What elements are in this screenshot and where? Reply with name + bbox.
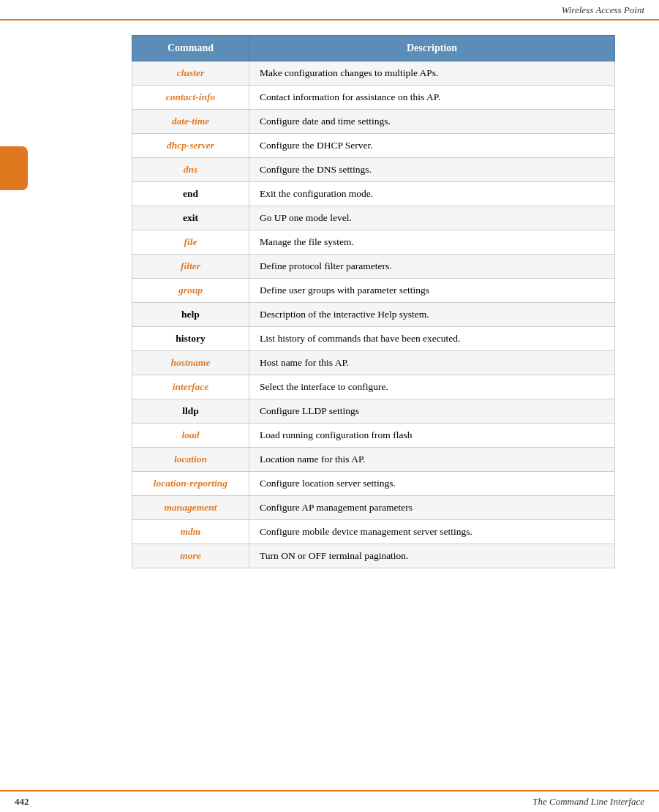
command-cell: location [132, 448, 249, 472]
table-row: filterDefine protocol filter parameters. [132, 255, 615, 279]
description-cell: List history of commands that have been … [249, 327, 615, 351]
command-text: interface [173, 381, 209, 392]
command-text: dhcp-server [167, 140, 214, 151]
command-text: contact-info [166, 91, 216, 102]
command-table: Command Description clusterMake configur… [132, 35, 615, 568]
page-footer: 442 The Command Line Interface [0, 790, 659, 812]
table-row: moreTurn ON or OFF terminal pagination. [132, 544, 615, 568]
command-text: cluster [177, 67, 205, 78]
table-row: location-reportingConfigure location ser… [132, 472, 615, 496]
command-cell: filter [132, 255, 249, 279]
table-row: mdmConfigure mobile device management se… [132, 520, 615, 544]
main-content: Command Description clusterMake configur… [0, 20, 659, 598]
description-cell: Configure LLDP settings [249, 399, 615, 424]
command-cell: help [132, 303, 249, 327]
table-row: interfaceSelect the interface to configu… [132, 375, 615, 399]
command-cell: dhcp-server [132, 134, 249, 158]
description-cell: Configure date and time settings. [249, 110, 615, 134]
command-cell: exit [132, 206, 249, 230]
page-header: Wireless Access Point [0, 0, 659, 20]
table-row: loadLoad running configuration from flas… [132, 424, 615, 448]
command-text: hostname [170, 357, 210, 368]
table-row: managementConfigure AP management parame… [132, 496, 615, 520]
description-cell: Configure AP management parameters [249, 496, 615, 520]
description-cell: Load running configuration from flash [249, 424, 615, 448]
description-cell: Configure mobile device management serve… [249, 520, 615, 544]
table-row: dhcp-serverConfigure the DHCP Server. [132, 134, 615, 158]
command-cell: lldp [132, 399, 249, 424]
command-cell: cluster [132, 61, 249, 86]
table-row: historyList history of commands that hav… [132, 327, 615, 351]
command-text: exit [183, 212, 198, 223]
description-cell: Manage the file system. [249, 230, 615, 255]
command-cell: mdm [132, 520, 249, 544]
command-cell: history [132, 327, 249, 351]
command-cell: location-reporting [132, 472, 249, 496]
command-text: date-time [172, 116, 210, 127]
column-description: Description [249, 36, 615, 61]
table-row: dnsConfigure the DNS settings. [132, 158, 615, 182]
description-cell: Configure the DHCP Server. [249, 134, 615, 158]
command-cell: interface [132, 375, 249, 399]
command-text: dns [184, 164, 198, 175]
table-row: exitGo UP one mode level. [132, 206, 615, 230]
footer-chapter: The Command Line Interface [532, 796, 644, 808]
command-text: load [181, 429, 199, 440]
table-row: lldpConfigure LLDP settings [132, 399, 615, 424]
command-text: end [183, 188, 198, 199]
table-row: hostnameHost name for this AP. [132, 351, 615, 375]
command-cell: file [132, 230, 249, 255]
command-text: filter [181, 260, 200, 271]
command-text: group [178, 285, 203, 296]
command-text: location-reporting [154, 478, 227, 489]
command-cell: hostname [132, 351, 249, 375]
description-cell: Exit the configuration mode. [249, 182, 615, 206]
command-cell: group [132, 279, 249, 303]
table-row: endExit the configuration mode. [132, 182, 615, 206]
command-text: management [164, 502, 216, 513]
table-row: date-timeConfigure date and time setting… [132, 110, 615, 134]
command-text: history [176, 333, 206, 344]
description-cell: Define user groups with parameter settin… [249, 279, 615, 303]
table-row: contact-infoContact information for assi… [132, 86, 615, 110]
command-cell: management [132, 496, 249, 520]
command-text: location [174, 454, 207, 465]
description-cell: Configure location server settings. [249, 472, 615, 496]
orange-tab [0, 146, 28, 190]
command-cell: contact-info [132, 86, 249, 110]
table-row: fileManage the file system. [132, 230, 615, 255]
table-row: groupDefine user groups with parameter s… [132, 279, 615, 303]
table-row: helpDescription of the interactive Help … [132, 303, 615, 327]
description-cell: Contact information for assistance on th… [249, 86, 615, 110]
command-cell: date-time [132, 110, 249, 134]
page-number: 442 [15, 796, 29, 808]
description-cell: Configure the DNS settings. [249, 158, 615, 182]
description-cell: Description of the interactive Help syst… [249, 303, 615, 327]
description-cell: Make configuration changes to multiple A… [249, 61, 615, 86]
table-row: clusterMake configuration changes to mul… [132, 61, 615, 86]
description-cell: Host name for this AP. [249, 351, 615, 375]
header-title: Wireless Access Point [562, 4, 644, 16]
command-cell: more [132, 544, 249, 568]
command-cell: dns [132, 158, 249, 182]
command-cell: end [132, 182, 249, 206]
command-text: lldp [182, 405, 199, 416]
command-text: file [184, 236, 197, 247]
table-row: locationLocation name for this AP. [132, 448, 615, 472]
command-text: help [181, 309, 200, 320]
table-header-row: Command Description [132, 36, 615, 61]
description-cell: Select the interface to configure. [249, 375, 615, 399]
description-cell: Go UP one mode level. [249, 206, 615, 230]
command-cell: load [132, 424, 249, 448]
command-text: mdm [181, 526, 201, 537]
description-cell: Location name for this AP. [249, 448, 615, 472]
description-cell: Define protocol filter parameters. [249, 255, 615, 279]
description-cell: Turn ON or OFF terminal pagination. [249, 544, 615, 568]
command-text: more [180, 550, 201, 561]
column-command: Command [132, 36, 249, 61]
